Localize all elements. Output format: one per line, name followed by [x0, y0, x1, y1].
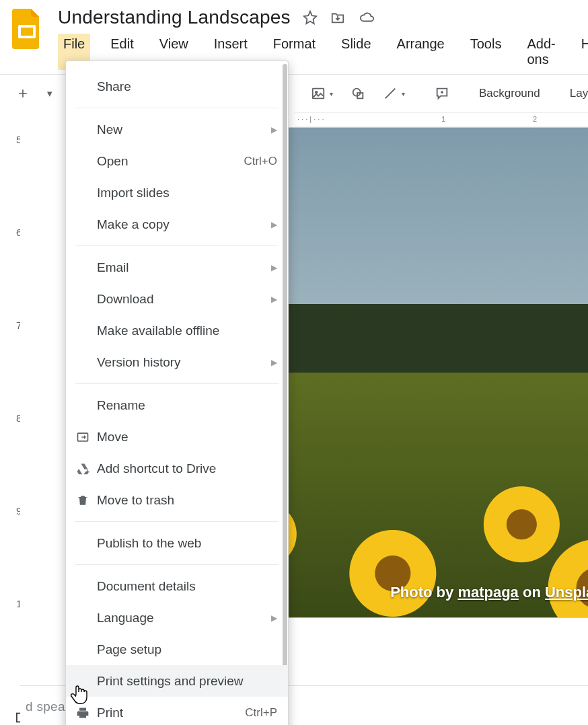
document-title[interactable]: Understanding Landscapes — [58, 7, 291, 28]
file-menu-document-details[interactable]: Document details — [66, 570, 288, 602]
new-slide-button[interactable] — [11, 84, 35, 103]
file-menu-rename[interactable]: Rename — [66, 389, 288, 421]
menu-help[interactable]: Help — [576, 34, 588, 70]
horizontal-ruler: · · · | · · · 1 2 — [295, 112, 588, 127]
menu-tools[interactable]: Tools — [465, 34, 507, 70]
file-menu-email[interactable]: Email▶ — [66, 252, 288, 283]
file-menu-import-slides[interactable]: Import slides — [66, 177, 288, 208]
svg-point-3 — [316, 91, 318, 93]
photo-author-link[interactable]: matpaga — [457, 584, 518, 601]
slides-logo[interactable] — [12, 7, 42, 50]
file-menu-print[interactable]: PrintCtrl+P — [66, 697, 288, 725]
file-menu-version-history[interactable]: Version history▶ — [66, 346, 288, 378]
cursor-hand-icon — [70, 683, 90, 709]
star-icon[interactable] — [303, 10, 318, 25]
file-menu-language[interactable]: Language▶ — [66, 602, 288, 634]
insert-comment-button[interactable] — [429, 83, 455, 104]
layout-button[interactable]: Layout — [564, 84, 588, 103]
menu-arrange[interactable]: Arrange — [392, 34, 450, 70]
svg-rect-1 — [21, 28, 33, 36]
insert-shape-button[interactable] — [345, 83, 371, 104]
photo-credit: Photo by matpaga on Unsplash — [390, 584, 588, 601]
file-menu-open[interactable]: OpenCtrl+O — [66, 145, 288, 177]
insert-image-button[interactable] — [305, 83, 338, 104]
new-slide-dropdown[interactable]: ▾ — [42, 85, 58, 102]
menu-addons[interactable]: Add-ons — [521, 34, 560, 70]
photo-source-link[interactable]: Unsplash — [545, 584, 588, 601]
menu-slide[interactable]: Slide — [336, 34, 376, 70]
slide-thumbnail-panel: 5Photo by 6Photo by 7W la co pl 8 9 10 — [0, 127, 20, 725]
file-menu-share[interactable]: Share — [66, 71, 288, 102]
file-menu-make-a-copy[interactable]: Make a copy▶ — [66, 208, 288, 240]
file-menu-add-shortcut-to-drive[interactable]: +Add shortcut to Drive — [66, 453, 288, 484]
file-menu-publish-to-the-web[interactable]: Publish to the web — [66, 527, 288, 559]
file-menu-make-available-offline[interactable]: Make available offline — [66, 315, 288, 346]
svg-text:+: + — [85, 468, 89, 475]
insert-line-button[interactable] — [377, 83, 410, 104]
file-menu-page-setup[interactable]: Page setup — [66, 634, 288, 665]
file-menu-move[interactable]: Move — [66, 421, 288, 453]
file-menu-print-settings-and-preview[interactable]: Print settings and preview — [66, 665, 288, 697]
file-menu-download[interactable]: Download▶ — [66, 283, 288, 315]
file-menu-new[interactable]: New▶ — [66, 114, 288, 145]
background-button[interactable]: Background — [474, 84, 546, 103]
move-to-drive-icon[interactable] — [330, 10, 346, 25]
file-menu-dropdown: ShareNew▶OpenCtrl+OImport slidesMake a c… — [65, 61, 289, 725]
file-menu-move-to-trash[interactable]: Move to trash — [66, 484, 288, 516]
cloud-saved-icon[interactable] — [358, 10, 375, 25]
